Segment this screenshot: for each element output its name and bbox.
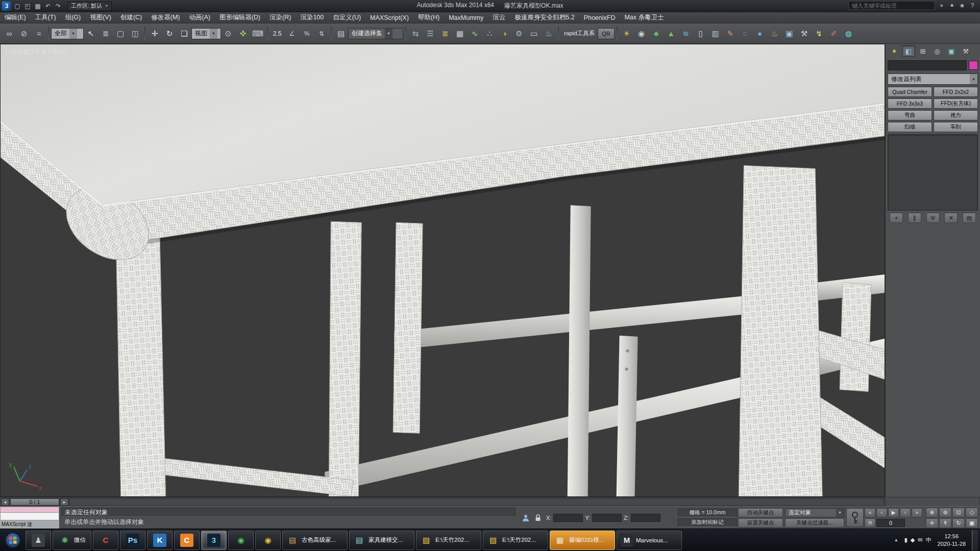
time-slider-handle[interactable]: 0 / 1 [10,498,59,506]
taskbar-app-photoshop[interactable]: Ps [120,531,145,550]
plugin-bolt-icon[interactable]: ↯ [812,27,826,41]
modifier-button[interactable]: Quad Chamfer [888,87,932,97]
render-setup-icon[interactable]: ⚙ [512,27,526,41]
select-by-name-icon[interactable]: ≣ [99,27,113,41]
play-icon[interactable]: ▶ [888,508,899,517]
taskbar-window-psd[interactable]: ▦ 藤编02白模... [550,531,615,550]
tab-display[interactable]: ▣ [945,45,958,57]
taskbar-clock[interactable]: 12:56 2020-11-28 [935,533,969,547]
tab-hierarchy[interactable]: ⊞ [916,45,929,57]
open-file-icon[interactable]: ◰ [23,2,32,11]
menu-item[interactable]: PhoenixFD [579,12,620,23]
modifier-list-dropdown[interactable]: 修改器列表 ▼ [888,73,978,85]
show-desktop-button[interactable] [972,530,978,550]
configure-modifier-sets-icon[interactable]: ▤ [963,213,976,223]
time-slider-prev-icon[interactable]: ◂ [1,498,9,506]
modifier-button[interactable]: FFD 2x2x2 [934,87,978,97]
new-scene-icon[interactable]: ▢ [13,2,22,11]
object-color-swatch[interactable] [969,61,978,70]
taskbar-app-3dsmax[interactable]: 3 [201,531,227,550]
bind-to-space-warp-icon[interactable]: ≈ [32,27,46,41]
walk-through-icon[interactable]: ↟ [939,518,951,528]
go-to-end-icon[interactable]: » [912,508,922,517]
menu-item[interactable]: 图形编辑器(D) [215,12,265,23]
align-icon[interactable]: ☰ [423,27,437,41]
menu-item[interactable]: 创建(C) [116,12,146,23]
keyboard-override-icon[interactable]: ⌨ [251,27,265,41]
plugin-monitor-icon[interactable]: ▣ [782,27,797,41]
spinner-snap-icon[interactable]: ⇅ [314,27,329,41]
z-coordinate-input[interactable] [631,514,660,522]
menu-item[interactable]: 自定义(U) [328,12,365,23]
menu-item[interactable]: 编辑(E) [0,12,31,23]
tray-language-icon[interactable]: 中 [926,536,932,544]
maxscript-mini-listener[interactable]: MAXScript 迷 [0,507,59,529]
rapid-tools-label[interactable]: rapid工具系 [561,30,598,37]
previous-frame-icon[interactable]: ‹ [876,508,887,517]
use-pivot-center-icon[interactable]: ⊙ [221,27,235,41]
key-filters-button[interactable]: 关键点过滤器... [785,518,844,528]
modifier-button[interactable]: FFD 3x3x3 [888,98,932,109]
workspace-dropdown[interactable]: 工作区: 默认 ▼ [67,2,112,11]
select-object-icon[interactable]: ↖ [84,27,98,41]
next-frame-icon[interactable]: › [900,508,911,517]
plugin-brush-icon[interactable]: ✐ [827,27,841,41]
taskbar-app-browser-green[interactable]: ◉ [228,531,254,550]
plugin-globe-icon[interactable]: ◍ [842,27,856,41]
angle-snap-icon[interactable]: ∠ [285,27,299,41]
tray-message-icon[interactable]: ✉ [918,537,922,543]
modifier-button[interactable]: 扫描 [888,122,932,132]
redo-icon[interactable]: ↷ [54,2,63,11]
tab-motion[interactable]: ◎ [930,45,944,57]
menu-item[interactable]: 视图(V) [85,12,116,23]
listener-macro-pane[interactable] [0,507,59,513]
taskbar-app-contacts[interactable]: ♟ [26,531,51,550]
viewport-label[interactable]: [+][透视][平滑+高光] [6,47,67,56]
object-name-input[interactable] [888,60,967,70]
named-selection-sets-dropdown[interactable]: 创建选择集▼ [348,28,403,39]
viewport[interactable]: [+][透视][平滑+高光] x y z [0,44,885,497]
taskbar-window-browser-2[interactable]: ▤ 家具建模交... [349,531,414,550]
search-go-icon[interactable]: ⌖ [937,1,946,10]
set-keys-button[interactable] [846,508,864,527]
taskbar-app-wechat[interactable]: ❋ 微信 [53,531,91,550]
plugin-pencil-icon[interactable]: ✎ [723,27,738,41]
isolate-selection-icon[interactable] [522,514,530,522]
help-icon[interactable]: ? [968,1,977,10]
schematic-view-icon[interactable]: ∴ [482,27,497,41]
curve-editor-icon[interactable]: ∿ [468,27,482,41]
material-editor-icon[interactable]: ◑ [497,27,511,41]
menu-item[interactable]: 渲染(R) [265,12,296,23]
save-icon[interactable]: ▦ [33,2,42,11]
modifier-button[interactable]: 车削 [934,122,978,132]
select-and-rotate-icon[interactable]: ↻ [162,27,177,41]
zoom-all-icon[interactable]: ⊛ [939,508,951,517]
menu-item[interactable]: Max 杀毒卫士 [620,12,668,23]
render-production-icon[interactable]: ♨ [542,27,556,41]
menu-item[interactable]: 修改器(M) [146,12,184,23]
rectangular-selection-icon[interactable]: ▢ [113,27,128,41]
ribbon-toggle-icon[interactable]: ▦ [453,27,467,41]
time-slider-track[interactable] [69,498,884,506]
modifier-button[interactable]: 弯曲 [888,110,932,120]
mirror-icon[interactable]: ⇆ [408,27,423,41]
time-slider-next-icon[interactable]: ▸ [60,498,68,506]
menu-item[interactable]: MAXScript(X) [365,12,413,23]
modifier-button[interactable]: 推力 [934,110,978,120]
select-and-move-icon[interactable]: ✛ [148,27,162,41]
y-coordinate-input[interactable] [592,514,622,522]
plugin-mountain-icon[interactable]: ▲ [664,27,678,41]
layer-manager-icon[interactable]: ≣ [438,27,452,41]
select-and-link-icon[interactable]: ∞ [2,27,16,41]
snap-toggle-2-5-icon[interactable]: 2.5 [270,27,284,41]
tab-modify[interactable]: ◧ [902,45,915,57]
selection-filter-dropdown[interactable]: 全部▼ [51,28,84,39]
plugin-water-icon[interactable]: ≋ [679,27,693,41]
qr-button[interactable]: QR [598,28,615,39]
plugin-wrench-icon[interactable]: ⚒ [797,27,812,41]
lock-selection-icon[interactable] [534,514,542,522]
menu-item[interactable]: 渲云 [488,12,510,23]
current-frame-input[interactable] [876,519,905,527]
remove-modifier-icon[interactable]: ✕ [944,213,958,223]
pan-icon[interactable]: ✛ [926,518,938,528]
